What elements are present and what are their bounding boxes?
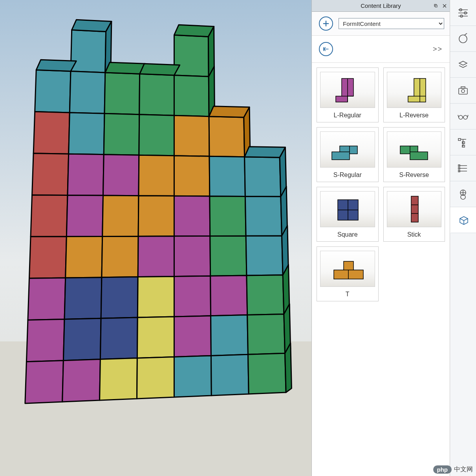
- library-item-label: S-Reverse: [399, 171, 429, 179]
- block: [103, 155, 139, 196]
- block: [70, 71, 105, 114]
- block: [174, 276, 211, 317]
- block: [35, 70, 71, 113]
- block-top: [140, 64, 180, 75]
- panel-header: Content Library: [312, 0, 450, 12]
- library-select[interactable]: FormItContent: [339, 18, 444, 29]
- library-item-stick[interactable]: Stick: [383, 187, 445, 242]
- block-side: [285, 343, 292, 392]
- thumbnail-t: [320, 251, 375, 287]
- library-item-label: S-Regular: [333, 171, 362, 179]
- block: [25, 361, 64, 403]
- block: [137, 317, 174, 358]
- dock-icon[interactable]: [433, 3, 439, 9]
- block: [102, 236, 138, 277]
- close-icon[interactable]: [442, 3, 447, 9]
- svg-point-27: [459, 35, 467, 43]
- svg-point-32: [463, 115, 467, 119]
- block: [137, 357, 174, 399]
- library-item-l-regular[interactable]: L-Regular: [317, 67, 379, 122]
- block: [138, 196, 174, 236]
- block: [101, 277, 138, 319]
- block: [174, 35, 209, 77]
- library-item-label: L-Regular: [334, 112, 361, 119]
- sun-tool[interactable]: [450, 181, 476, 207]
- add-library-button[interactable]: [319, 16, 333, 31]
- thumbnail-s-reverse: [387, 131, 442, 168]
- library-item-s-reverse[interactable]: S-Reverse: [383, 127, 445, 182]
- thumbnail-square: [320, 191, 375, 227]
- block-top: [36, 60, 76, 71]
- panel-nav: >>: [312, 36, 450, 63]
- camera-icon: [457, 84, 469, 97]
- block: [103, 195, 139, 236]
- materials-tool[interactable]: [450, 26, 476, 52]
- block: [209, 117, 244, 157]
- block: [247, 275, 284, 315]
- brush-icon: [457, 33, 469, 45]
- svg-marker-9: [332, 146, 357, 160]
- block: [211, 275, 247, 316]
- stack-icon: [457, 58, 469, 71]
- content-library-tool[interactable]: [450, 207, 476, 233]
- block: [68, 154, 104, 195]
- thumbnail-s-regular: [320, 131, 375, 168]
- levels-tool[interactable]: [450, 155, 476, 181]
- thumbnail-l-reverse: [387, 72, 442, 108]
- content-library-panel: Content Library FormItContent >>: [312, 0, 450, 476]
- block-top: [72, 20, 112, 31]
- block: [174, 156, 209, 196]
- styles-tool[interactable]: [450, 104, 476, 129]
- block: [174, 316, 211, 357]
- block: [31, 195, 68, 237]
- block-top: [174, 25, 214, 36]
- block-top: [209, 106, 249, 117]
- svg-point-29: [461, 89, 465, 93]
- box-icon: [458, 214, 470, 226]
- library-item-square[interactable]: Square: [317, 187, 379, 242]
- block: [246, 236, 283, 275]
- right-toolbar: [450, 0, 476, 476]
- block: [247, 314, 285, 354]
- block: [174, 356, 211, 397]
- sliders-icon: [457, 7, 469, 19]
- block: [210, 236, 247, 276]
- block: [100, 358, 137, 400]
- block: [248, 353, 286, 394]
- svg-rect-30: [461, 87, 465, 88]
- viewport-3d[interactable]: [0, 0, 312, 476]
- block: [104, 113, 139, 155]
- library-item-t[interactable]: T: [317, 246, 379, 301]
- block: [28, 278, 66, 320]
- svg-rect-2: [435, 5, 437, 7]
- block: [71, 30, 106, 73]
- block: [63, 318, 101, 360]
- thumbnail-stick: [387, 191, 442, 227]
- block: [138, 236, 174, 277]
- block: [174, 75, 209, 117]
- globe-icon: [457, 188, 469, 201]
- library-item-l-reverse[interactable]: L-Reverse: [383, 67, 445, 122]
- layers-tool[interactable]: [450, 52, 476, 78]
- block: [66, 236, 103, 278]
- svg-rect-18: [411, 196, 418, 222]
- block: [211, 315, 248, 356]
- block-top: [105, 62, 145, 74]
- properties-tool[interactable]: [450, 0, 476, 26]
- svg-marker-12: [400, 146, 428, 160]
- panel-title: Content Library: [361, 2, 401, 9]
- block: [69, 113, 104, 155]
- panel-toolbar: FormItContent: [312, 12, 450, 36]
- svg-rect-33: [458, 139, 461, 140]
- block: [26, 319, 64, 361]
- groups-tool[interactable]: [450, 129, 476, 155]
- svg-marker-3: [336, 78, 353, 102]
- glasses-icon: [457, 110, 469, 123]
- library-item-s-regular[interactable]: S-Regular: [317, 127, 379, 182]
- back-button[interactable]: [319, 42, 333, 56]
- block: [139, 74, 174, 115]
- more-button[interactable]: >>: [433, 45, 443, 53]
- block: [139, 115, 174, 156]
- block: [245, 157, 281, 197]
- scenes-tool[interactable]: [450, 78, 476, 104]
